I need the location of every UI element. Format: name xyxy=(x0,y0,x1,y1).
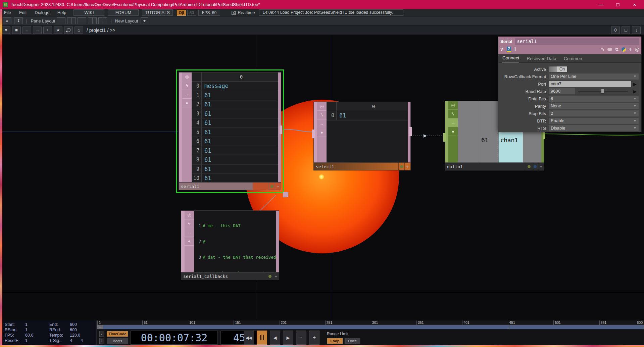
data-bits-dropdown[interactable]: 8▼ xyxy=(549,96,639,102)
rend-value[interactable]: 600 xyxy=(70,328,77,332)
midi-io-indicator[interactable]: O|I xyxy=(177,10,186,16)
zoom-fit-icon[interactable] xyxy=(64,27,73,34)
layout-preset-mixed[interactable] xyxy=(88,17,97,24)
node-comment-cell[interactable] xyxy=(267,272,273,280)
viewer-toggle-icon[interactable]: ◎ xyxy=(185,211,194,219)
layout-preset-vsplit[interactable] xyxy=(67,17,76,24)
pause-button[interactable] xyxy=(257,331,267,345)
node-serial1-callbacks[interactable]: ◎ ϟ → ● 1# me - this DAT 2# 3# dat - the… xyxy=(181,210,279,280)
node-comment-cell[interactable] xyxy=(526,163,532,170)
parity-dropdown[interactable]: None▼ xyxy=(549,103,639,109)
baud-rate-field[interactable]: 9600 xyxy=(549,88,575,94)
collapse-toolbar-icon[interactable]: ↓ xyxy=(632,27,641,34)
forum-button[interactable]: FORUM xyxy=(108,9,139,16)
target-icon[interactable]: ◎ xyxy=(635,46,639,52)
layout-preset-hsplit[interactable] xyxy=(78,17,86,24)
frame-mode-button[interactable]: / xyxy=(99,331,104,337)
output-connector[interactable] xyxy=(409,127,412,136)
tsig-value-1[interactable]: 4 xyxy=(70,338,72,343)
bypass-icon[interactable]: ● xyxy=(185,237,194,246)
operator-name-field[interactable]: serial1 xyxy=(515,38,639,45)
menu-dialogs[interactable]: Dialogs xyxy=(31,9,53,16)
maximize-button[interactable]: □ xyxy=(613,2,623,7)
loop-button[interactable]: Loop xyxy=(327,338,343,344)
input-connector[interactable] xyxy=(443,133,446,142)
format-dropdown[interactable]: One Per Line▼ xyxy=(549,73,639,80)
beats-mode-button[interactable]: Beats xyxy=(107,338,128,344)
add-operator-icon[interactable]: + xyxy=(43,27,52,34)
forward-icon[interactable]: → xyxy=(33,27,42,34)
zoom-level-indicator[interactable]: 0 xyxy=(611,27,620,34)
comment-bubble-icon[interactable] xyxy=(607,48,612,51)
docked-dat-indicator[interactable] xyxy=(283,192,288,197)
edit-comment-icon[interactable]: ✎ xyxy=(601,47,604,52)
viewer-toggle-icon[interactable]: ◎ xyxy=(317,102,327,111)
anchor-pane-icon[interactable]: ↧ xyxy=(14,17,23,24)
menu-arrow-icon[interactable]: ▶ xyxy=(631,89,639,94)
menu-arrow-icon[interactable]: ▶ xyxy=(631,82,639,87)
node-comment-cell[interactable] xyxy=(398,163,404,170)
arrow-icon[interactable]: → xyxy=(317,119,327,128)
end-value[interactable]: 600 xyxy=(70,322,77,327)
viewer-toggle-icon[interactable]: ◎ xyxy=(182,72,192,81)
node-footer[interactable]: serial1 + xyxy=(179,182,281,190)
viewer-toggle-icon[interactable]: ◎ xyxy=(448,101,458,110)
add-parameter-icon[interactable]: + xyxy=(629,46,632,52)
input-connector-strip[interactable] xyxy=(179,72,182,190)
tsig-value-2[interactable]: 4 xyxy=(81,338,83,343)
decrement-button[interactable]: - xyxy=(296,331,306,345)
range-bar[interactable]: ... xyxy=(97,325,644,330)
step-back-button[interactable]: ◀ xyxy=(270,331,280,345)
back-icon[interactable]: ← xyxy=(22,27,31,34)
timecode-mode-button[interactable]: TimeCode xyxy=(107,331,128,337)
input-connector-strip[interactable] xyxy=(181,211,185,280)
tutorials-button[interactable]: TUTORIALS xyxy=(142,9,173,16)
node-footer[interactable]: datto1 + xyxy=(445,162,544,170)
output-connector-strip[interactable] xyxy=(276,211,279,272)
collapse-pane-icon[interactable]: ∧ xyxy=(3,17,11,24)
play-forward-button[interactable]: ▶ xyxy=(283,331,293,345)
port-field[interactable]: com7 xyxy=(549,81,631,87)
baud-rate-slider[interactable] xyxy=(578,88,628,94)
arrow-icon[interactable]: → xyxy=(185,228,194,237)
close-button[interactable]: × xyxy=(630,2,639,7)
flag-icon[interactable]: ϟ xyxy=(185,219,194,228)
node-footer[interactable]: select1 + xyxy=(314,162,410,170)
layout-preset-single[interactable] xyxy=(57,17,65,24)
bookmark-icon[interactable]: ★ xyxy=(54,27,62,34)
network-editor[interactable]: ◎ ϟ → ● 0 0message 161 261 361 461 xyxy=(0,35,644,320)
jump-to-start-button[interactable]: ◀◀ xyxy=(244,331,254,345)
home-icon[interactable]: ⌂ xyxy=(75,27,83,34)
python-help-icon[interactable]: ? xyxy=(507,47,511,52)
add-layout-button[interactable]: + xyxy=(141,17,148,24)
input-connector[interactable] xyxy=(312,130,315,138)
flag-icon[interactable]: ϟ xyxy=(317,111,327,119)
minimize-button[interactable]: — xyxy=(596,2,606,7)
node-serial1[interactable]: ◎ ϟ → ● 0 0message 161 261 361 461 xyxy=(179,72,281,190)
realtime-checkbox-icon[interactable]: X xyxy=(232,11,236,15)
floating-window-icon[interactable]: □ xyxy=(622,27,630,34)
integer-mode-button[interactable]: I xyxy=(99,338,104,344)
menu-help[interactable]: Help xyxy=(53,9,70,16)
frame-ruler[interactable]: 1 51 101 151 201 251 301 351 401 451 501… xyxy=(97,320,644,325)
rts-dropdown[interactable]: Disable▼ xyxy=(549,125,639,131)
start-value[interactable]: 1 xyxy=(25,322,28,327)
menu-edit[interactable]: Edit xyxy=(15,9,31,16)
tab-received-data[interactable]: Received Data xyxy=(527,56,556,62)
arrow-icon[interactable]: → xyxy=(182,90,192,99)
resetf-value[interactable]: 1 xyxy=(25,338,28,343)
node-export-cell[interactable] xyxy=(532,163,538,170)
bypass-icon[interactable]: ● xyxy=(182,99,192,107)
node-add-cell[interactable]: + xyxy=(273,272,279,280)
node-add-cell[interactable]: + xyxy=(275,183,281,190)
title-bar[interactable]: TouchDesigner 2023.12480: C:/Users/flore… xyxy=(0,0,644,9)
flag-icon[interactable]: ϟ xyxy=(182,81,192,90)
node-add-cell[interactable]: + xyxy=(538,163,544,170)
help-icon[interactable]: ? xyxy=(500,47,503,52)
tab-common[interactable]: Common xyxy=(564,56,582,62)
increment-button[interactable]: + xyxy=(309,331,319,345)
wiki-button[interactable]: WIKI xyxy=(73,9,104,16)
python-expressions-icon[interactable] xyxy=(622,47,626,52)
bypass-icon[interactable]: ● xyxy=(317,128,327,137)
fps-value[interactable]: 60.0 xyxy=(25,333,33,338)
